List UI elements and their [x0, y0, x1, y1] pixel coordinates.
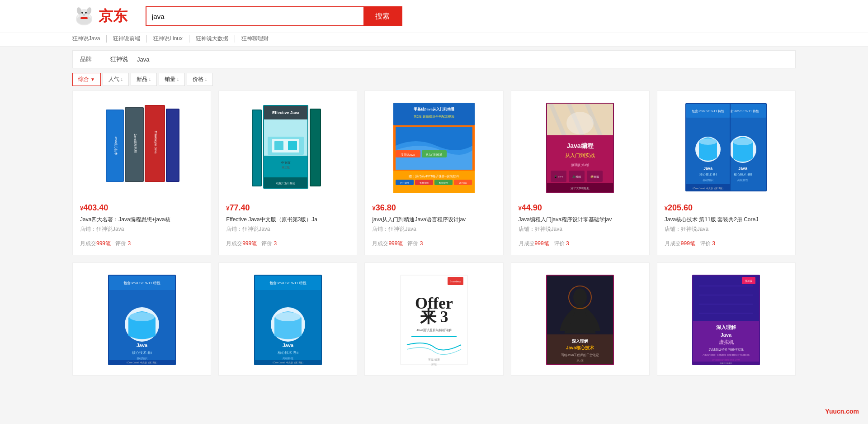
product-image-1: Java核心技术 Java编程思想 Thinking in Java: [80, 98, 203, 198]
product-price-3: ¥36.80: [372, 203, 495, 213]
product-title-3: java从入门到精通Java语言程序设计jav: [372, 215, 495, 224]
product-image-8: Brainbow Offer 来 3 Java面试题目与解析详解 王磊 编著 第…: [372, 270, 495, 370]
svg-text:第2版: 第2版: [431, 363, 437, 366]
svg-text:核心技术 卷I: 核心技术 卷I: [699, 173, 717, 176]
product-image-9: 深入理解 Java核心技术 写给Java工程师的干货笔记 第2版: [519, 270, 642, 370]
sort-jiage[interactable]: 价格↕: [187, 73, 213, 86]
product-card-10[interactable]: 深入理解 Java 虚拟机 JVM高级特性与最佳实践 Advanced Feat…: [657, 262, 796, 376]
svg-text:Java核心技术: Java核心技术: [114, 136, 118, 156]
product-stats-5: 月成交999笔 评价 3: [665, 236, 788, 248]
svg-text:包含Java SE 9-11 特性: 包含Java SE 9-11 特性: [269, 281, 307, 285]
product-card-2[interactable]: Effective Java 中文版 第三版 机械工业出版社: [218, 91, 357, 255]
product-image-7: 包含Java SE 9-11 特性 Java 核心技术 卷II 高级特性 《Co…: [226, 270, 349, 370]
product-grid-row2: 包含Java SE 9-11 特性 Java 核心技术 卷I 基础知识 《Cor…: [0, 262, 868, 376]
product-shop-3: 店铺：狂神说Java: [372, 225, 495, 233]
svg-text:第三版: 第三版: [282, 166, 290, 169]
svg-rect-31: [288, 141, 297, 150]
hot-search-2[interactable]: 狂神说前端: [113, 35, 147, 43]
product-title-5: Java核心技术 第11版 套装共2册 CoreJ: [665, 215, 788, 224]
svg-text:📦资源: 📦资源: [590, 175, 599, 179]
sort-zonghe[interactable]: 综合▼: [72, 73, 101, 86]
core-java-vol1-svg: 包含Java SE 9-11 特性 Java 核心技术 卷I 基础知识 《Cor…: [106, 272, 178, 367]
filter-tag-java[interactable]: Java: [137, 56, 149, 63]
svg-text:JVM高级特性与最佳实践: JVM高级特性与最佳实践: [709, 348, 744, 351]
svg-text:零基础Java从入门到精通: 零基础Java从入门到精通: [414, 107, 455, 111]
hot-search-1[interactable]: 狂神说Java: [72, 35, 107, 43]
product-card-4[interactable]: Java编程 从入门到实战 微课版 第3版 📱 PPT 🎥视频 📦资源 清华大学…: [511, 91, 650, 255]
hot-search-3[interactable]: 狂神说Linux: [153, 35, 189, 43]
product-price-1: ¥403.40: [80, 203, 203, 213]
filter-bar: 品牌 狂神说 Java: [72, 50, 796, 68]
svg-text:QR扫码: QR扫码: [459, 181, 467, 184]
svg-text:包含Java SE 9-11 特性: 包含Java SE 9-11 特性: [692, 110, 724, 113]
product-card-5[interactable]: 包含Java SE 9-11 特性 Java 核心技术 卷II 高级特性 包含J…: [657, 91, 796, 255]
search-area: 搜索: [146, 6, 402, 26]
svg-text:《Core Java》中文版（第11版）: 《Core Java》中文版（第11版）: [271, 361, 304, 364]
svg-rect-9: [80, 17, 88, 19]
search-box: 搜索: [146, 6, 402, 26]
product-image-4: Java编程 从入门到实战 微课版 第3版 📱 PPT 🎥视频 📦资源 清华大学…: [519, 98, 642, 198]
search-input[interactable]: [146, 7, 363, 25]
svg-text:🎥视频: 🎥视频: [572, 175, 581, 179]
product-image-10: 深入理解 Java 虚拟机 JVM高级特性与最佳实践 Advanced Feat…: [665, 270, 788, 370]
svg-text:《Core Java》中文版（第11版）: 《Core Java》中文版（第11版）: [125, 361, 158, 364]
svg-text:包含Java SE 9-11 特性: 包含Java SE 9-11 特性: [123, 281, 160, 285]
svg-text:高级特性: 高级特性: [737, 178, 748, 181]
product-stats-2: 月成交999笔 评价 3: [226, 236, 349, 248]
svg-rect-122: [411, 336, 457, 337]
offer-lai-svg: Brainbow Offer 来 3 Java面试题目与解析详解 王磊 编著 第…: [398, 272, 470, 367]
svg-point-6: [81, 12, 83, 14]
product-card-9[interactable]: 深入理解 Java核心技术 写给Java工程师的干货笔记 第2版: [511, 262, 650, 376]
svg-point-8: [83, 14, 85, 16]
logo-text: 京东: [99, 6, 127, 26]
product-price-5: ¥205.60: [665, 203, 788, 213]
svg-text:深入理解: 深入理解: [716, 324, 736, 330]
svg-text:包含Java SE 9-11 特性: 包含Java SE 9-11 特性: [726, 110, 759, 113]
svg-text:从入门到精通: 从入门到精通: [426, 153, 442, 156]
product-card-7[interactable]: 包含Java SE 9-11 特性 Java 核心技术 卷II 高级特性 《Co…: [218, 262, 357, 376]
svg-text:王磊 编著: 王磊 编著: [428, 358, 440, 361]
product-title-4: Java编程入门java程序设计零基础学jav: [519, 215, 642, 224]
java-shizhan-svg: Java编程 从入门到实战 微课版 第3版 📱 PPT 🎥视频 📦资源 清华大学…: [539, 100, 621, 195]
svg-rect-39: [393, 103, 475, 125]
svg-text:Thinking in Java: Thinking in Java: [154, 131, 157, 154]
product-card-6[interactable]: 包含Java SE 9-11 特性 Java 核心技术 卷I 基础知识 《Cor…: [72, 262, 211, 376]
product-card-8[interactable]: Brainbow Offer 来 3 Java面试题目与解析详解 王磊 编著 第…: [364, 262, 503, 376]
product-image-6: 包含Java SE 9-11 特性 Java 核心技术 卷I 基础知识 《Cor…: [80, 270, 203, 370]
svg-text:📱 PPT: 📱 PPT: [554, 175, 563, 179]
svg-text:清华大学出版社: 清华大学出版社: [571, 187, 590, 190]
filter-tag-kuangshen[interactable]: 狂神说: [110, 55, 128, 63]
svg-text:来 3: 来 3: [419, 308, 448, 326]
core-java-vol2-svg: 包含Java SE 9-11 特性 Java 核心技术 卷II 高级特性 《Co…: [252, 272, 324, 367]
svg-text:Java编程: Java编程: [567, 142, 594, 149]
product-grid-row1: Java核心技术 Java编程思想 Thinking in Java ¥403.…: [0, 91, 868, 255]
svg-text:Brainbow: Brainbow: [449, 280, 461, 283]
svg-text:从入门到实战: 从入门到实战: [565, 152, 595, 158]
svg-text:机械工业出版社: 机械工业出版社: [720, 362, 732, 364]
sort-xinpin[interactable]: 新品↕: [131, 73, 157, 86]
svg-rect-20: [167, 110, 179, 181]
product-card-1[interactable]: Java核心技术 Java编程思想 Thinking in Java ¥403.…: [72, 91, 211, 255]
product-card-3[interactable]: 零基础Java从入门到精通 第2版 超值赠送全书配套视频 零基础Java 从入门…: [364, 91, 503, 255]
product-title-2: Effective Java中文版（原书第3版）Ja: [226, 215, 349, 224]
header: 京东 搜索: [0, 0, 868, 33]
svg-text:写给Java工程师的干货笔记: 写给Java工程师的干货笔记: [561, 353, 599, 357]
svg-text:微课版 第3版: 微课版 第3版: [571, 163, 590, 167]
svg-point-98: [129, 312, 155, 321]
jvm-deep-svg: 深入理解 Java 虚拟机 JVM高级特性与最佳实践 Advanced Feat…: [690, 272, 762, 367]
java-core-deep-svg: 深入理解 Java核心技术 写给Java工程师的干货笔记 第2版: [544, 272, 616, 367]
logo-dog-icon: [72, 5, 96, 27]
search-button[interactable]: 搜索: [363, 7, 401, 25]
svg-text:Java: Java: [738, 166, 748, 171]
sort-renqi[interactable]: 人气↕: [103, 73, 129, 86]
product-price-2: ¥77.40: [226, 203, 349, 213]
svg-text:Understanding the JVM: Understanding the JVM: [712, 358, 741, 361]
core-java-2vol-svg: 包含Java SE 9-11 特性 Java 核心技术 卷II 高级特性 包含J…: [683, 100, 769, 197]
svg-text:第2版 超值赠送全书配套视频: 第2版 超值赠送全书配套视频: [414, 115, 454, 119]
product-shop-2: 店铺：狂神说Java: [226, 225, 349, 233]
sort-xiaoliang[interactable]: 销量↕: [159, 73, 185, 86]
hot-search-4[interactable]: 狂神说大数据: [196, 35, 235, 43]
hot-search-5[interactable]: 狂神聊理财: [241, 35, 269, 43]
hot-searches: 狂神说Java 狂神说前端 狂神说Linux 狂神说大数据 狂神聊理财: [0, 33, 868, 47]
product-image-3: 零基础Java从入门到精通 第2版 超值赠送全书配套视频 零基础Java 从入门…: [372, 98, 495, 198]
